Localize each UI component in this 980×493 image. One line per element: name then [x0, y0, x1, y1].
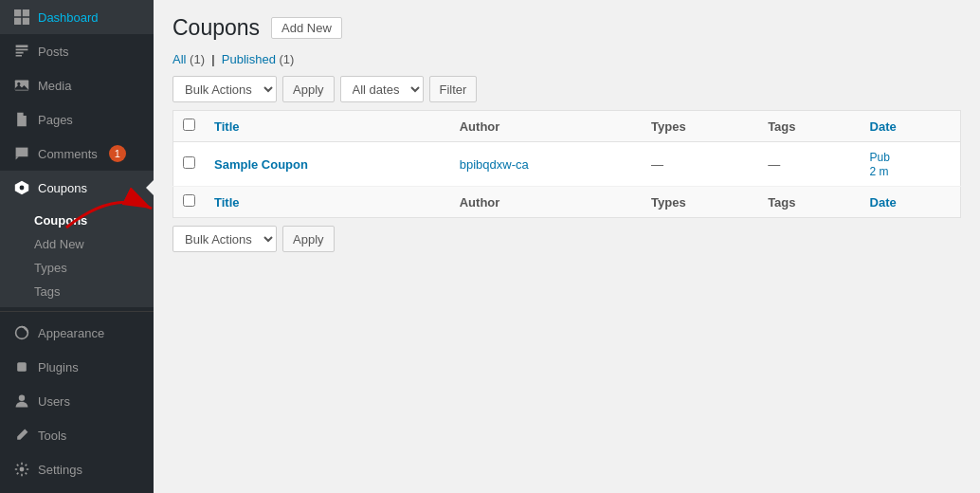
coupons-icon — [13, 179, 30, 196]
row-date-value: Pub 2 m — [870, 151, 890, 178]
header-checkbox-col — [173, 111, 206, 142]
row-types-value: — — [651, 157, 663, 172]
header-types: Types — [642, 111, 758, 142]
posts-icon — [13, 43, 30, 60]
table-header-row: Title Author Types Tags Date — [173, 111, 961, 142]
sidebar-item-posts[interactable]: Posts — [0, 34, 154, 68]
svg-rect-10 — [17, 362, 27, 372]
filter-published-count: (1) — [280, 52, 295, 66]
media-icon — [13, 77, 30, 94]
dashboard-label: Dashboard — [38, 10, 99, 25]
settings-label: Settings — [38, 463, 82, 477]
plugins-label: Plugins — [38, 360, 79, 374]
pages-label: Pages — [38, 113, 73, 127]
footer-author: Author — [450, 187, 642, 218]
row-checkbox[interactable] — [183, 156, 195, 169]
users-icon — [13, 393, 30, 410]
row-tags-value: — — [768, 157, 780, 172]
row-types-cell: — — [642, 142, 758, 187]
add-new-button[interactable]: Add New — [271, 17, 342, 39]
select-all-checkbox-top[interactable] — [183, 119, 195, 131]
top-toolbar: Bulk Actions Apply All dates Filter — [172, 76, 961, 102]
footer-types: Types — [642, 187, 758, 218]
filter-all-count: (1) — [190, 52, 205, 66]
svg-point-11 — [19, 395, 25, 401]
filter-links: All (1) | Published (1) — [172, 52, 961, 66]
apply-button-bottom[interactable]: Apply — [282, 226, 335, 252]
row-title-link[interactable]: Sample Coupon — [214, 157, 308, 172]
row-date-cell: Pub 2 m — [861, 142, 961, 187]
sidebar-item-coupons[interactable]: Coupons — [0, 171, 154, 205]
row-date-status: Pub — [870, 151, 890, 164]
row-tags-cell: — — [758, 142, 860, 187]
table-row: Sample Coupon bpibqdxw-ca — — Pub 2 m — [173, 142, 961, 187]
comments-label: Comments — [38, 147, 98, 161]
submenu-types[interactable]: Types — [0, 256, 154, 280]
svg-point-12 — [20, 467, 25, 472]
settings-icon — [13, 461, 30, 478]
sidebar-item-users[interactable]: Users — [0, 384, 154, 418]
svg-point-8 — [20, 186, 25, 191]
svg-rect-1 — [23, 9, 29, 16]
sidebar-item-tools[interactable]: Tools — [0, 418, 154, 452]
filter-published-link[interactable]: Published — [222, 52, 276, 66]
row-author-cell: bpibqdxw-ca — [450, 142, 642, 187]
row-date-sub: 2 m — [870, 165, 889, 178]
page-header: Coupons Add New — [172, 15, 961, 41]
bulk-actions-select-bottom[interactable]: Bulk Actions — [172, 226, 277, 252]
header-title[interactable]: Title — [205, 111, 450, 142]
sidebar-item-settings[interactable]: Settings — [0, 452, 154, 486]
header-author: Author — [450, 111, 642, 142]
row-checkbox-cell — [173, 142, 206, 187]
users-label: Users — [38, 394, 70, 409]
appearance-label: Appearance — [38, 326, 104, 340]
comments-badge: 1 — [109, 145, 126, 162]
filter-button[interactable]: Filter — [429, 76, 478, 102]
sidebar-item-appearance[interactable]: Appearance — [0, 316, 154, 350]
row-author-link[interactable]: bpibqdxw-ca — [460, 157, 529, 172]
row-title-cell: Sample Coupon — [205, 142, 450, 187]
bulk-actions-select-top[interactable]: Bulk Actions — [172, 76, 277, 102]
date-filter-select[interactable]: All dates — [340, 76, 424, 102]
sidebar-item-pages[interactable]: Pages — [0, 102, 154, 137]
footer-checkbox-col — [173, 187, 206, 218]
comments-icon — [13, 145, 30, 162]
bottom-toolbar: Bulk Actions Apply — [172, 226, 961, 252]
pages-icon — [13, 111, 30, 128]
table-footer-row: Title Author Types Tags Date — [173, 187, 961, 218]
coupons-table: Title Author Types Tags Date Sample Coup… — [172, 110, 961, 218]
footer-tags: Tags — [758, 187, 860, 218]
header-date[interactable]: Date — [861, 111, 961, 142]
apply-button-top[interactable]: Apply — [282, 76, 335, 102]
submenu-tags[interactable]: Tags — [0, 280, 154, 303]
sidebar-item-plugins[interactable]: Plugins — [0, 350, 154, 384]
svg-rect-3 — [23, 18, 29, 25]
select-all-checkbox-bottom[interactable] — [183, 194, 195, 207]
header-tags: Tags — [758, 111, 860, 142]
coupons-submenu: Coupons Add New Types Tags — [0, 205, 154, 307]
tools-label: Tools — [38, 429, 66, 443]
submenu-coupons[interactable]: Coupons — [0, 209, 154, 232]
appearance-icon — [13, 324, 30, 341]
media-label: Media — [38, 79, 71, 93]
svg-rect-2 — [14, 18, 21, 25]
svg-rect-0 — [14, 9, 21, 16]
sidebar-item-media[interactable]: Media — [0, 68, 154, 102]
page-title: Coupons — [172, 15, 260, 41]
footer-title[interactable]: Title — [205, 187, 450, 218]
tools-icon — [13, 427, 30, 444]
sidebar-item-comments[interactable]: Comments 1 — [0, 137, 154, 171]
filter-all-link[interactable]: All — [172, 52, 186, 66]
sidebar-item-dashboard[interactable]: Dashboard — [0, 0, 154, 34]
posts-label: Posts — [38, 45, 69, 59]
plugins-icon — [13, 358, 30, 375]
dashboard-icon — [13, 9, 30, 26]
footer-date[interactable]: Date — [861, 187, 961, 218]
coupons-label: Coupons — [38, 181, 87, 195]
submenu-add-new[interactable]: Add New — [0, 232, 154, 256]
